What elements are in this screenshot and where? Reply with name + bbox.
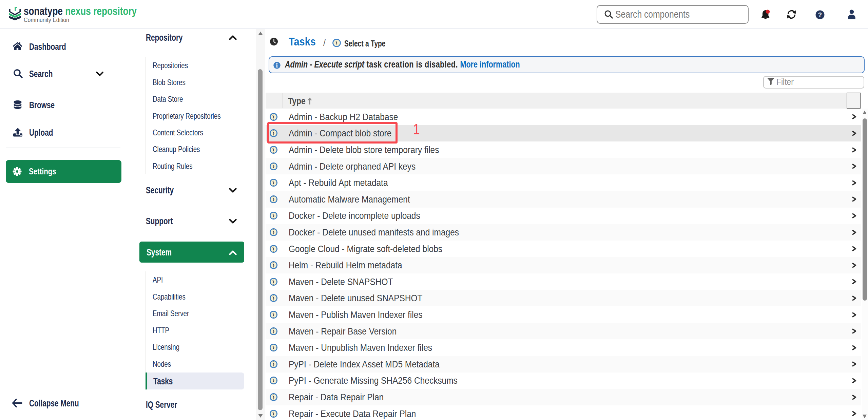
svg-text:?: ? [818,11,822,18]
